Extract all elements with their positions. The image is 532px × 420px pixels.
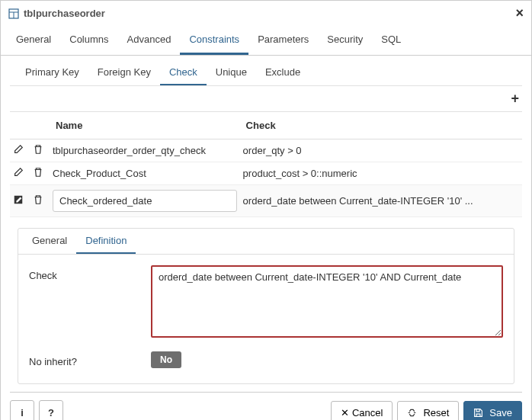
table-toolbar: + [10,86,522,112]
table-icon [8,8,19,19]
check-textarea[interactable] [151,265,503,338]
cancel-label: Cancel [352,407,383,418]
dialog-header: tblpurchaseorder × [1,1,531,26]
no-inherit-toggle[interactable]: No [151,351,181,368]
help-button[interactable]: ? [39,400,63,420]
dialog: tblpurchaseorder × General Columns Advan… [0,0,532,420]
dialog-title: tblpurchaseorder [24,8,515,19]
detail-panel: General Definition Check No inherit? No [18,228,514,384]
table-row: orderd_date between Current_date-INTEGER… [10,185,522,217]
save-button[interactable]: Save [463,401,522,421]
subtab-exclude[interactable]: Exclude [256,60,309,85]
dialog-footer: i ? ✕Cancel Reset Save [1,393,531,420]
tab-advanced[interactable]: Advanced [118,26,181,55]
edit-icon[interactable] [13,167,27,178]
close-icon[interactable]: × [515,5,524,21]
no-inherit-label: No inherit? [29,351,151,368]
cell-check: orderd_date between Current_date-INTEGER… [240,185,522,217]
trash-icon[interactable] [33,194,46,205]
tab-columns[interactable]: Columns [60,26,117,55]
x-icon: ✕ [341,407,349,418]
save-icon [473,408,486,418]
content: Primary Key Foreign Key Check Unique Exc… [1,60,531,384]
trash-icon[interactable] [33,144,46,155]
cell-name: Check_Product_Cost [50,162,240,185]
tab-constraints[interactable]: Constraints [180,26,248,55]
edit-icon[interactable] [13,194,27,205]
check-label: Check [29,265,151,338]
detail-tab-definition[interactable]: Definition [76,229,136,254]
save-label: Save [489,407,512,418]
subtab-foreign-key[interactable]: Foreign Key [88,60,160,85]
sub-tabs: Primary Key Foreign Key Check Unique Exc… [10,60,522,86]
edit-icon[interactable] [13,144,27,155]
subtab-unique[interactable]: Unique [207,60,256,85]
trash-icon[interactable] [33,167,46,178]
detail-body: Check No inherit? No [18,255,514,383]
detail-tabs: General Definition [18,229,514,255]
recycle-icon [407,408,420,418]
tab-sql[interactable]: SQL [372,26,410,55]
cell-check: order_qty > 0 [240,139,522,162]
add-button[interactable]: + [508,91,522,107]
cell-name: tblpurchaseorder_order_qty_check [50,139,240,162]
subtab-primary-key[interactable]: Primary Key [16,60,88,85]
constraints-table: Name Check tblpurchaseorder_order_qty_ch… [10,112,522,217]
detail-tab-general[interactable]: General [23,229,76,254]
reset-button[interactable]: Reset [397,401,459,421]
tab-general[interactable]: General [7,26,60,55]
table-row: tblpurchaseorder_order_qty_check order_q… [10,139,522,162]
table-row: Check_Product_Cost product_cost > 0::num… [10,162,522,185]
cancel-button[interactable]: ✕Cancel [331,401,393,421]
subtab-check[interactable]: Check [160,60,207,85]
info-button[interactable]: i [10,400,34,420]
col-check: Check [240,112,522,139]
col-name: Name [50,112,240,139]
main-tabs: General Columns Advanced Constraints Par… [1,26,531,56]
tab-parameters[interactable]: Parameters [248,26,318,55]
reset-label: Reset [423,407,449,418]
cell-check: product_cost > 0::numeric [240,162,522,185]
tab-security[interactable]: Security [318,26,372,55]
name-input[interactable] [53,190,237,212]
